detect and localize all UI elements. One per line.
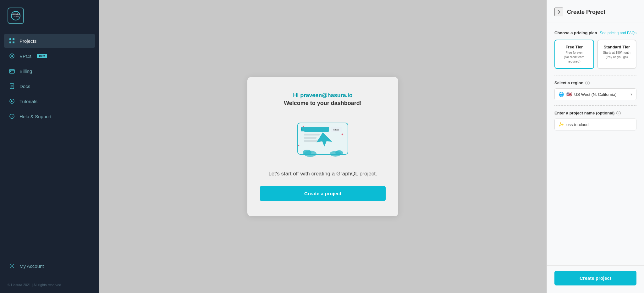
region-select-dropdown[interactable]: 🌐 🇺🇸 US West (N. California) ▾ — [554, 88, 636, 100]
panel-divider-2 — [554, 105, 636, 106]
sidebar-item-projects[interactable]: Projects — [4, 34, 95, 48]
svg-rect-12 — [10, 71, 11, 72]
project-name-label: Enter a project name (optional) — [554, 111, 614, 115]
vpcs-beta-badge: Beta — [37, 54, 47, 58]
sidebar-item-billing[interactable]: Billing — [4, 64, 95, 78]
svg-rect-10 — [9, 69, 14, 73]
grid-icon — [9, 38, 15, 44]
panel-title: Create Project — [567, 9, 636, 15]
docs-icon — [9, 83, 15, 89]
svg-point-20 — [11, 265, 13, 267]
svg-rect-5 — [9, 41, 11, 43]
standard-tier-desc: Starts at $99/month (Pay as you go) — [601, 51, 633, 59]
project-name-label-row: Enter a project name (optional) i — [554, 111, 636, 115]
panel-header: Create Project — [547, 0, 644, 23]
svg-point-33 — [303, 150, 311, 155]
svg-text:CLOUD: CLOUD — [13, 16, 19, 18]
help-icon: ? — [9, 113, 15, 119]
region-label: Select a region — [554, 80, 583, 85]
pricing-card-free[interactable]: Free Tier Free forever (No credit card r… — [554, 40, 594, 69]
panel-back-button[interactable] — [554, 8, 563, 16]
pricing-section-label: Choose a pricing plan — [554, 30, 597, 35]
graphql-illustration-svg: NEW ✦ ✦ ✦ — [288, 117, 357, 161]
sidebar: HASURA CLOUD Projects — [0, 0, 99, 293]
sidebar-item-label-tutorials: Tutorials — [19, 99, 37, 104]
pricing-cards: Free Tier Free forever (No credit card r… — [554, 40, 636, 69]
region-info-icon[interactable]: i — [585, 81, 590, 85]
region-label-row: Select a region i — [554, 80, 636, 85]
region-select-value: US West (N. California) — [574, 92, 628, 97]
standard-tier-name: Standard Tier — [601, 45, 633, 49]
wand-icon: ✨ — [559, 122, 564, 127]
sidebar-item-label-vpcs: VPCs — [19, 53, 31, 59]
panel-divider — [554, 75, 636, 75]
sidebar-item-label-docs: Docs — [19, 84, 30, 89]
sidebar-item-vpcs[interactable]: VPCs Beta — [4, 49, 95, 63]
svg-text:NEW: NEW — [333, 128, 339, 131]
sidebar-item-help[interactable]: ? Help & Support — [4, 109, 95, 123]
svg-rect-22 — [304, 127, 329, 132]
sidebar-bottom: My Account — [0, 254, 99, 279]
project-name-input[interactable] — [566, 122, 632, 127]
globe-icon: 🌐 — [559, 92, 564, 97]
sidebar-item-docs[interactable]: Docs — [4, 79, 95, 93]
gear-icon — [9, 263, 15, 269]
welcome-subtitle: Welcome to your dashboard! — [284, 100, 362, 107]
welcome-illustration: NEW ✦ ✦ ✦ — [288, 117, 357, 161]
sidebar-item-account[interactable]: My Account — [4, 259, 95, 273]
network-icon — [9, 53, 15, 59]
sidebar-item-label-help: Help & Support — [19, 114, 52, 119]
region-chevron-icon: ▾ — [630, 92, 632, 97]
svg-rect-25 — [304, 134, 320, 135]
svg-rect-26 — [304, 137, 316, 139]
project-name-input-wrap: ✨ — [554, 119, 636, 130]
welcome-card: Hi praveen@hasura.io Welcome to your das… — [247, 77, 398, 216]
project-name-section: Enter a project name (optional) i ✨ — [554, 111, 636, 130]
region-section: Select a region i 🌐 🇺🇸 US West (N. Calif… — [554, 80, 636, 100]
sidebar-nav: Projects VPCs Beta — [0, 34, 99, 254]
svg-rect-3 — [9, 38, 11, 40]
pricing-card-standard[interactable]: Standard Tier Starts at $99/month (Pay a… — [597, 40, 637, 69]
sidebar-logo: HASURA CLOUD — [0, 0, 99, 34]
hasura-logo-icon: HASURA CLOUD — [10, 10, 21, 21]
panel-footer: Create project — [547, 265, 644, 293]
region-flag: 🇺🇸 — [566, 92, 572, 97]
see-pricing-link[interactable]: See pricing and FAQs — [600, 31, 636, 35]
create-project-panel: Create Project Choose a pricing plan See… — [547, 0, 644, 293]
welcome-user-email: praveen@hasura.io — [300, 92, 353, 98]
create-project-button[interactable]: Create a project — [260, 186, 386, 201]
svg-text:✦: ✦ — [298, 144, 300, 147]
chevron-right-icon — [556, 9, 561, 14]
create-project-panel-button[interactable]: Create project — [554, 271, 636, 285]
svg-text:✦: ✦ — [341, 133, 344, 136]
svg-point-35 — [335, 150, 343, 155]
free-tier-name: Free Tier — [558, 45, 590, 49]
pricing-section-header: Choose a pricing plan See pricing and FA… — [554, 30, 636, 35]
welcome-cta-text: Let's start off with creating a GraphQL … — [268, 171, 377, 177]
svg-text:HASURA: HASURA — [12, 13, 20, 15]
sidebar-item-label-account: My Account — [19, 263, 44, 269]
free-tier-desc: Free forever (No credit card required) — [558, 51, 590, 64]
project-name-info-icon[interactable]: i — [616, 111, 621, 115]
sidebar-item-tutorials[interactable]: Tutorials — [4, 94, 95, 108]
sidebar-item-label-projects: Projects — [19, 38, 36, 44]
svg-text:?: ? — [11, 115, 13, 118]
billing-icon — [9, 68, 15, 74]
welcome-greeting: Hi praveen@hasura.io — [293, 92, 353, 99]
svg-rect-4 — [13, 38, 14, 40]
logo-box: HASURA CLOUD — [8, 8, 24, 24]
panel-body: Choose a pricing plan See pricing and FA… — [547, 23, 644, 265]
main-content: Hi praveen@hasura.io Welcome to your das… — [99, 0, 547, 293]
sidebar-item-label-billing: Billing — [19, 69, 32, 74]
svg-rect-6 — [13, 41, 14, 43]
tutorials-icon — [9, 98, 15, 104]
sidebar-footer: © Hasura 2021 | All rights reserved — [0, 279, 99, 293]
